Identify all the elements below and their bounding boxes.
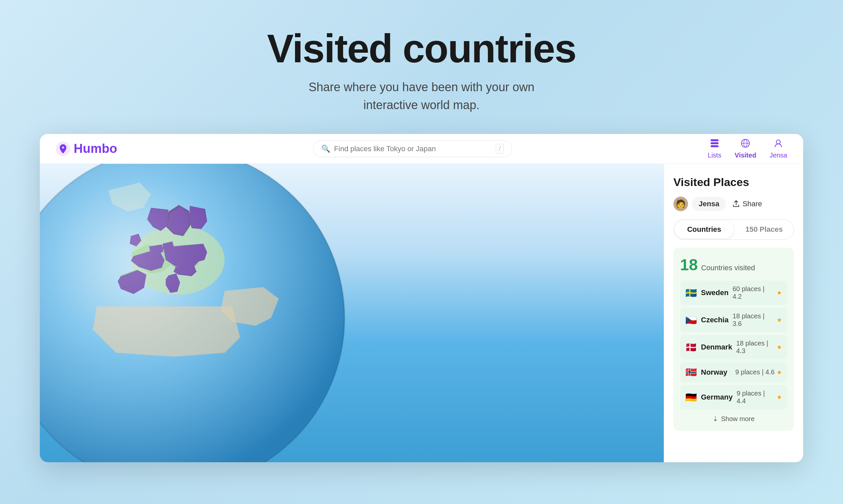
list-item[interactable]: 🇩🇰 Denmark 18 places | 4.3 ★ [680, 335, 787, 359]
country-stats: 18 places | 4.3 ★ [736, 340, 782, 355]
lists-icon [710, 139, 719, 150]
country-flag: 🇩🇪 [685, 392, 697, 403]
search-icon: 🔍 [321, 145, 330, 153]
country-stats: 18 places | 3.6 ★ [733, 312, 782, 328]
show-more-button[interactable]: ⇣ Show more [680, 415, 787, 423]
nav-item-visited[interactable]: Visited [735, 139, 756, 159]
globe-container [40, 164, 348, 462]
user-icon [774, 139, 783, 150]
star-icon: ★ [777, 369, 782, 376]
logo[interactable]: Humbo [56, 142, 117, 156]
svg-point-11 [40, 164, 344, 462]
country-name: Denmark [701, 343, 732, 352]
country-list: 🇸🇪 Sweden 60 places | 4.2 ★ 🇨🇿 Czechia 1… [680, 281, 787, 410]
avatar-icon: 🧑 [676, 199, 686, 209]
user-name-badge[interactable]: Jensa [692, 197, 726, 211]
share-icon [733, 200, 740, 208]
star-icon: ★ [777, 343, 782, 351]
svg-rect-1 [710, 139, 719, 141]
nav-actions: Lists Visited [708, 139, 787, 159]
country-name: Germany [701, 393, 733, 401]
stats-header: 18 Countries visited [680, 256, 787, 274]
tab-places[interactable]: 150 Places [735, 219, 794, 239]
list-item[interactable]: 🇸🇪 Sweden 60 places | 4.2 ★ [680, 281, 787, 305]
world-globe [40, 164, 348, 462]
share-button[interactable]: Share [733, 200, 762, 208]
country-flag: 🇸🇪 [685, 287, 697, 299]
user-row: 🧑 Jensa Share [673, 197, 794, 211]
country-stats: 9 places | 4.4 ★ [737, 390, 782, 405]
main-content: Visited Places 🧑 Jensa Share Countries 1… [40, 164, 803, 462]
list-item[interactable]: 🇨🇿 Czechia 18 places | 3.6 ★ [680, 308, 787, 332]
show-more-icon: ⇣ [712, 415, 718, 423]
visited-globe-icon [741, 139, 750, 150]
country-flag: 🇳🇴 [685, 367, 697, 378]
hero-section: Visited countries Share where you have b… [267, 0, 576, 134]
map-area [40, 164, 664, 462]
stats-count: 18 [680, 256, 698, 274]
country-stats: 9 places | 4.6 ★ [735, 368, 782, 376]
stats-label: Countries visited [701, 264, 755, 272]
stats-card: 18 Countries visited 🇸🇪 Sweden 60 places… [673, 248, 794, 431]
logo-pin-icon [56, 142, 70, 156]
nav-lists-label: Lists [708, 151, 721, 159]
search-bar: 🔍 / [117, 140, 708, 157]
tab-countries[interactable]: Countries [675, 220, 734, 238]
logo-text: Humbo [74, 142, 117, 156]
star-icon: ★ [777, 394, 782, 401]
list-item[interactable]: 🇳🇴 Norway 9 places | 4.6 ★ [680, 362, 787, 382]
sidebar-title: Visited Places [673, 176, 794, 189]
country-flag: 🇨🇿 [685, 315, 697, 326]
search-slash-key: / [496, 144, 504, 154]
svg-rect-2 [710, 142, 719, 144]
country-name: Czechia [701, 316, 728, 324]
hero-subtitle: Share where you have been with your owni… [267, 78, 576, 114]
nav-item-lists[interactable]: Lists [708, 139, 721, 159]
sidebar: Visited Places 🧑 Jensa Share Countries 1… [664, 164, 803, 462]
country-flag: 🇩🇰 [685, 342, 697, 353]
search-wrapper[interactable]: 🔍 / [313, 140, 512, 157]
country-stats: 60 places | 4.2 ★ [733, 285, 782, 301]
country-name: Sweden [701, 288, 728, 297]
nav-item-jensa[interactable]: Jensa [770, 139, 787, 159]
show-more-label: Show more [721, 415, 754, 423]
star-icon: ★ [777, 316, 782, 324]
navbar: Humbo 🔍 / Lists [40, 134, 803, 164]
search-input[interactable] [334, 145, 492, 153]
svg-rect-3 [710, 145, 719, 147]
star-icon: ★ [777, 289, 782, 296]
tab-bar: Countries 150 Places [673, 219, 794, 240]
country-name: Norway [701, 368, 731, 377]
app-window: Humbo 🔍 / Lists [40, 134, 803, 462]
nav-jensa-label: Jensa [770, 151, 787, 159]
hero-title: Visited countries [267, 26, 576, 70]
nav-visited-label: Visited [735, 151, 756, 159]
share-label: Share [742, 200, 762, 208]
list-item[interactable]: 🇩🇪 Germany 9 places | 4.4 ★ [680, 385, 787, 410]
avatar: 🧑 [673, 197, 688, 211]
svg-point-7 [776, 140, 780, 144]
